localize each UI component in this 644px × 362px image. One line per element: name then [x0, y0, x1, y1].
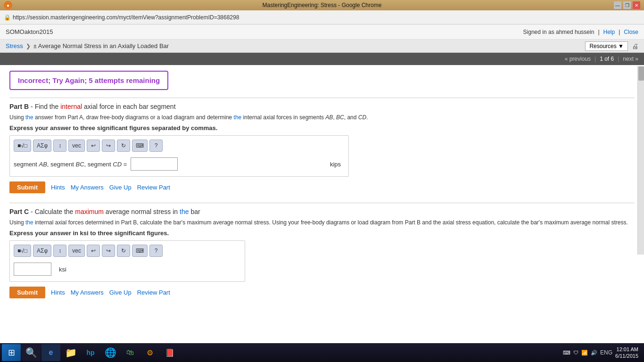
page-title: ± Average Normal Stress in an Axially Lo… — [33, 42, 169, 49]
math-btn-vec[interactable]: vec — [68, 140, 85, 152]
part-b-label: Part B — [9, 103, 29, 110]
help-link[interactable]: Help — [603, 29, 615, 35]
part-c-math-btn-sigma[interactable]: ΑΣφ — [33, 245, 51, 257]
browser-logo-icon: ● — [4, 1, 12, 9]
part-b-title: Find the internal axial force in each ba… — [35, 103, 176, 110]
separator: | — [598, 29, 599, 35]
math-btn-sigma[interactable]: ΑΣφ — [33, 140, 51, 152]
lock-icon: 🔒 — [4, 14, 11, 21]
part-c-math-btn-redo[interactable]: ↪ — [102, 245, 115, 257]
part-c-section: Part C - Calculate the maximum average n… — [9, 203, 635, 298]
part-c-label: Part C — [9, 208, 29, 215]
math-btn-arrows[interactable]: ↕ — [53, 140, 66, 152]
part-c-math-btn-template[interactable]: ■√□ — [14, 245, 31, 257]
minimize-button[interactable]: — — [614, 1, 621, 9]
part-c-submit-button[interactable]: Submit — [9, 287, 45, 298]
window-title: MasteringEngineering: Stress - Google Ch… — [263, 2, 382, 8]
part-c-title: Calculate the maximum average normal str… — [35, 208, 200, 215]
titlebar: ● MasteringEngineering: Stress - Google … — [0, 0, 644, 10]
pager-bar: « previous | 1 of 6 | next » — [0, 53, 644, 65]
breadcrumb-separator: ❯ — [26, 43, 31, 49]
math-btn-help[interactable]: ? — [149, 140, 163, 152]
part-b-give-up-link[interactable]: Give Up — [109, 184, 132, 191]
part-c-math-btn-arrows[interactable]: ↕ — [53, 245, 66, 257]
close-button[interactable]: ✕ — [633, 1, 640, 9]
part-b-actions: Submit Hints My Answers Give Up Review P… — [9, 181, 635, 193]
url-display[interactable]: https://session.masteringengineering.com… — [13, 14, 239, 21]
part-b-section: Part B - Find the internal axial force i… — [9, 98, 635, 193]
breadcrumb-right: Resources ▼ 🖨 — [585, 41, 638, 51]
signed-in-label: Signed in as ahmed hussein — [523, 29, 594, 35]
part-b-toolbar: ■√□ ΑΣφ ↕ vec ↩ ↪ ↻ ⌨ ? — [14, 140, 345, 152]
part-b-answer-row: segment AB, segment BC, segment CD = kip… — [14, 156, 345, 173]
part-c-actions: Submit Hints My Answers Give Up Review P… — [9, 287, 635, 298]
part-b-unit: kips — [330, 161, 345, 168]
part-b-submit-button[interactable]: Submit — [9, 181, 45, 193]
top-nav: SOMOakton2015 Signed in as ahmed hussein… — [0, 25, 644, 40]
part-c-toolbar: ■√□ ΑΣφ ↕ vec ↩ ↪ ↻ ⌨ ? — [14, 245, 241, 257]
user-area: Signed in as ahmed hussein | Help | Clos… — [523, 29, 638, 35]
part-b-input-area: ■√□ ΑΣφ ↕ vec ↩ ↪ ↻ ⌨ ? segment AB, segm… — [9, 135, 349, 177]
part-c-unit: ksi — [59, 266, 66, 273]
main-content: Incorrect; Try Again; 5 attempts remaini… — [0, 65, 644, 343]
part-c-express-label: Express your answer in ksi to three sign… — [9, 230, 635, 237]
part-c-answer-input[interactable] — [14, 263, 51, 276]
part-c-give-up-link[interactable]: Give Up — [109, 289, 132, 296]
math-btn-undo[interactable]: ↩ — [87, 140, 100, 152]
address-bar: 🔒 https://session.masteringengineering.c… — [0, 10, 644, 25]
part-b-header: Part B - Find the internal axial force i… — [9, 98, 635, 110]
part-b-review-part-link[interactable]: Review Part — [137, 184, 170, 191]
part-b-answer-input[interactable] — [131, 157, 178, 171]
incorrect-banner: Incorrect; Try Again; 5 attempts remaini… — [9, 71, 168, 90]
site-name: SOMOakton2015 — [6, 28, 53, 35]
part-c-review-part-link[interactable]: Review Part — [137, 289, 170, 296]
scrollbar[interactable] — [637, 66, 644, 255]
part-c-math-btn-keyboard[interactable]: ⌨ — [132, 245, 148, 257]
separator2: | — [619, 29, 620, 35]
scroll-thumb[interactable] — [638, 66, 644, 81]
part-c-math-btn-help[interactable]: ? — [149, 245, 163, 257]
print-icon[interactable]: 🖨 — [632, 42, 638, 50]
part-b-my-answers-link[interactable]: My Answers — [71, 184, 104, 191]
part-b-express-label: Express your answer to three significant… — [9, 124, 635, 132]
next-link[interactable]: next » — [623, 56, 638, 62]
resources-button[interactable]: Resources ▼ — [585, 41, 628, 51]
part-b-description: Using the answer from Part A, draw free-… — [9, 113, 635, 122]
pager-separator1: | — [594, 56, 596, 62]
restore-button[interactable]: ❐ — [623, 1, 631, 9]
part-c-my-answers-link[interactable]: My Answers — [71, 289, 104, 296]
math-btn-template[interactable]: ■√□ — [14, 140, 31, 152]
segment-label: segment AB, segment BC, segment CD = — [14, 161, 127, 168]
part-c-answer-row: ksi — [14, 261, 241, 278]
math-btn-keyboard[interactable]: ⌨ — [132, 140, 148, 152]
stress-link[interactable]: Stress — [6, 42, 23, 49]
close-link[interactable]: Close — [624, 29, 638, 35]
window-controls[interactable]: — ❐ ✕ — [614, 1, 640, 9]
previous-link[interactable]: « previous — [565, 56, 591, 62]
breadcrumb-bar: Stress ❯ ± Average Normal Stress in an A… — [0, 40, 644, 53]
part-c-math-btn-refresh[interactable]: ↻ — [117, 245, 130, 257]
breadcrumb: Stress ❯ ± Average Normal Stress in an A… — [6, 42, 169, 49]
part-c-hints-link[interactable]: Hints — [51, 289, 65, 296]
pager-current: 1 of 6 — [600, 56, 614, 62]
math-btn-refresh[interactable]: ↻ — [117, 140, 130, 152]
pager-separator2: | — [618, 56, 619, 62]
part-c-header: Part C - Calculate the maximum average n… — [9, 203, 635, 215]
part-c-math-btn-vec[interactable]: vec — [68, 245, 85, 257]
math-btn-redo[interactable]: ↪ — [102, 140, 115, 152]
part-c-description: Using the internal axial forces determin… — [9, 218, 635, 227]
part-c-math-btn-undo[interactable]: ↩ — [87, 245, 100, 257]
part-c-input-area: ■√□ ΑΣφ ↕ vec ↩ ↪ ↻ ⌨ ? ksi — [9, 240, 245, 282]
part-b-hints-link[interactable]: Hints — [51, 184, 65, 191]
